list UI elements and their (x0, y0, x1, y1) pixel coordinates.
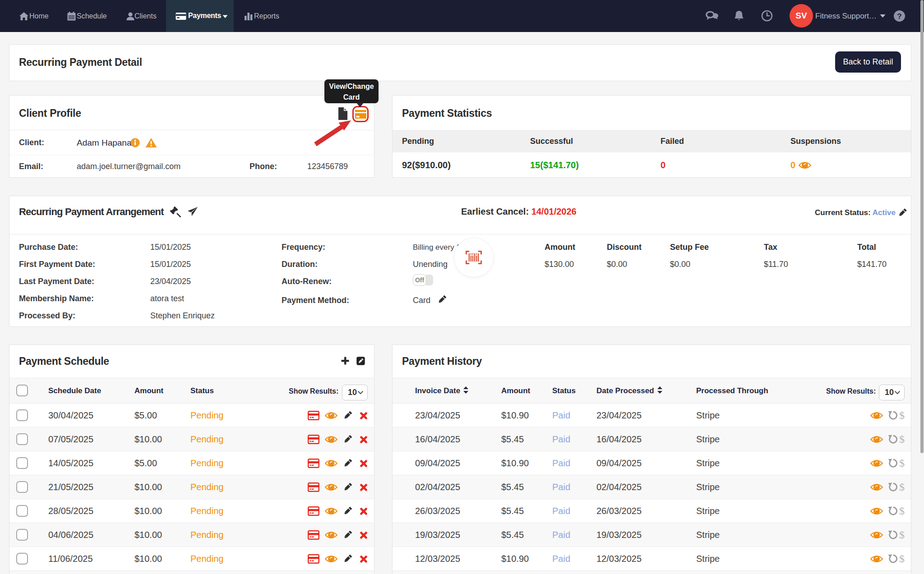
svg-text:?: ? (897, 12, 901, 21)
